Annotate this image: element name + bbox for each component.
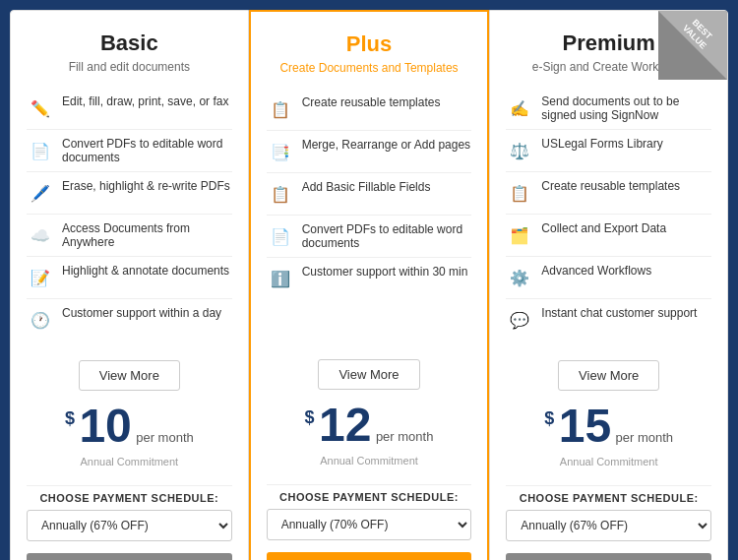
divider-premium: [506, 485, 711, 486]
feature-icon: ✏️: [27, 94, 54, 122]
payment-select-plus[interactable]: Annually (70% OFF)Monthly: [267, 509, 472, 540]
feature-item: 📑 Merge, Rearrange or Add pages: [267, 131, 472, 173]
feature-icon: 📄: [27, 137, 54, 164]
feature-item: 🖊️ Erase, highlight & re-write PDFs: [27, 172, 232, 215]
feature-item: ⚙️ Advanced Workflows: [506, 257, 711, 299]
feature-text: Add Basic Fillable Fields: [302, 180, 431, 194]
feature-text: Convert PDFs to editable word documents: [62, 137, 232, 164]
price-per-plus: per month: [376, 429, 434, 444]
feature-icon: 🗂️: [506, 221, 533, 249]
feature-item: ⚖️ USLegal Forms Library: [506, 130, 711, 172]
plan-subtitle-basic: Fill and edit documents: [27, 60, 232, 74]
price-section-basic: $ 10 per month: [27, 403, 232, 450]
feature-item: 📄 Convert PDFs to editable word document…: [27, 130, 232, 172]
best-value-badge: BEST VALUE: [658, 11, 727, 80]
view-more-button-plus[interactable]: View More: [318, 359, 419, 390]
feature-item: ✍️ Send documents out to be signed using…: [506, 88, 711, 130]
payment-select-basic[interactable]: Annually (67% OFF)Monthly: [27, 510, 232, 541]
feature-icon: ⚖️: [506, 137, 533, 164]
view-more-button-premium[interactable]: View More: [558, 360, 659, 391]
payment-label-premium: CHOOSE PAYMENT SCHEDULE:: [506, 492, 711, 504]
feature-text: Create reusable templates: [302, 95, 441, 109]
features-list-plus: 📋 Create reusable templates 📑 Merge, Rea…: [267, 89, 472, 340]
feature-text: Customer support within 30 min: [302, 265, 468, 279]
feature-text: Create reusable templates: [541, 179, 680, 193]
feature-text: Edit, fill, draw, print, save, or fax: [62, 94, 228, 108]
feature-icon: ⚙️: [506, 264, 533, 291]
plan-title-basic: Basic: [27, 31, 232, 56]
cta-button-premium[interactable]: Choose AnnualPremium Plan: [506, 553, 711, 560]
price-commitment-plus: Annual Commitment: [267, 455, 472, 467]
payment-label-basic: CHOOSE PAYMENT SCHEDULE:: [27, 492, 232, 504]
feature-icon: 📄: [267, 222, 294, 250]
feature-item: ℹ️ Customer support within 30 min: [267, 258, 472, 299]
feature-item: 🕐 Customer support within a day: [27, 299, 232, 341]
payment-select-premium[interactable]: Annually (67% OFF)Monthly: [506, 510, 711, 541]
price-per-premium: per month: [616, 430, 674, 445]
features-list-premium: ✍️ Send documents out to be signed using…: [506, 88, 711, 341]
features-list-basic: ✏️ Edit, fill, draw, print, save, or fax…: [27, 88, 232, 341]
feature-text: Customer support within a day: [62, 306, 221, 320]
plan-title-plus: Plus: [267, 31, 472, 57]
best-value-text: BEST VALUE: [671, 11, 724, 60]
plan-card-basic: BasicFill and edit documents ✏️ Edit, fi…: [10, 10, 249, 560]
feature-text: Instant chat customer support: [541, 306, 697, 320]
feature-item: ☁️ Access Documents from Anywhere: [27, 215, 232, 257]
feature-text: Access Documents from Anywhere: [62, 221, 232, 249]
cta-button-basic[interactable]: Choose AnnualBasic Plan: [27, 553, 232, 560]
feature-item: 📋 Add Basic Fillable Fields: [267, 173, 472, 216]
feature-icon: 🖊️: [27, 179, 54, 207]
feature-item: 📝 Highlight & annotate documents: [27, 257, 232, 299]
feature-icon: 📋: [267, 180, 294, 208]
price-dollar-basic: $: [65, 408, 75, 428]
feature-icon: ✍️: [506, 94, 533, 122]
feature-text: Advanced Workflows: [541, 264, 651, 278]
feature-icon: 📝: [27, 264, 54, 291]
feature-text: Convert PDFs to editable word documents: [302, 222, 472, 250]
feature-text: USLegal Forms Library: [541, 137, 662, 151]
feature-text: Erase, highlight & re-write PDFs: [62, 179, 230, 193]
feature-icon: ℹ️: [267, 265, 294, 292]
view-more-button-basic[interactable]: View More: [79, 360, 180, 391]
price-amount-premium: 15: [559, 400, 611, 452]
price-commitment-premium: Annual Commitment: [506, 456, 711, 467]
divider-plus: [267, 484, 472, 485]
price-commitment-basic: Annual Commitment: [27, 456, 232, 467]
divider-basic: [27, 485, 232, 486]
feature-item: 🗂️ Collect and Export Data: [506, 215, 711, 257]
feature-item: 📄 Convert PDFs to editable word document…: [267, 216, 472, 258]
feature-item: 📋 Create reusable templates: [506, 172, 711, 215]
price-section-premium: $ 15 per month: [506, 403, 711, 450]
feature-icon: 📋: [267, 95, 294, 123]
payment-label-plus: CHOOSE PAYMENT SCHEDULE:: [267, 491, 472, 503]
feature-text: Collect and Export Data: [541, 221, 666, 235]
feature-icon: 🕐: [27, 306, 54, 334]
price-amount-basic: 10: [79, 400, 131, 452]
feature-text: Highlight & annotate documents: [62, 264, 229, 278]
price-amount-plus: 12: [319, 399, 371, 451]
feature-icon: 📑: [267, 138, 294, 165]
feature-item: ✏️ Edit, fill, draw, print, save, or fax: [27, 88, 232, 130]
feature-item: 📋 Create reusable templates: [267, 89, 472, 131]
cta-button-plus[interactable]: Annual PlusPlan Selected: [267, 552, 472, 560]
feature-icon: 💬: [506, 306, 533, 334]
feature-item: 💬 Instant chat customer support: [506, 299, 711, 341]
price-dollar-premium: $: [544, 408, 554, 428]
price-per-basic: per month: [136, 430, 194, 445]
feature-icon: ☁️: [27, 221, 54, 249]
feature-icon: 📋: [506, 179, 533, 207]
feature-text: Merge, Rearrange or Add pages: [302, 138, 470, 152]
price-dollar-plus: $: [305, 407, 315, 427]
plan-card-plus: PlusCreate Documents and Templates 📋 Cre…: [249, 10, 490, 560]
price-section-plus: $ 12 per month: [267, 402, 472, 449]
feature-text: Send documents out to be signed using Si…: [541, 94, 711, 122]
plan-subtitle-plus: Create Documents and Templates: [267, 61, 472, 75]
plans-container: BasicFill and edit documents ✏️ Edit, fi…: [10, 10, 728, 560]
plan-card-premium: BEST VALUE Premiume-Sign and Create Work…: [489, 10, 728, 560]
